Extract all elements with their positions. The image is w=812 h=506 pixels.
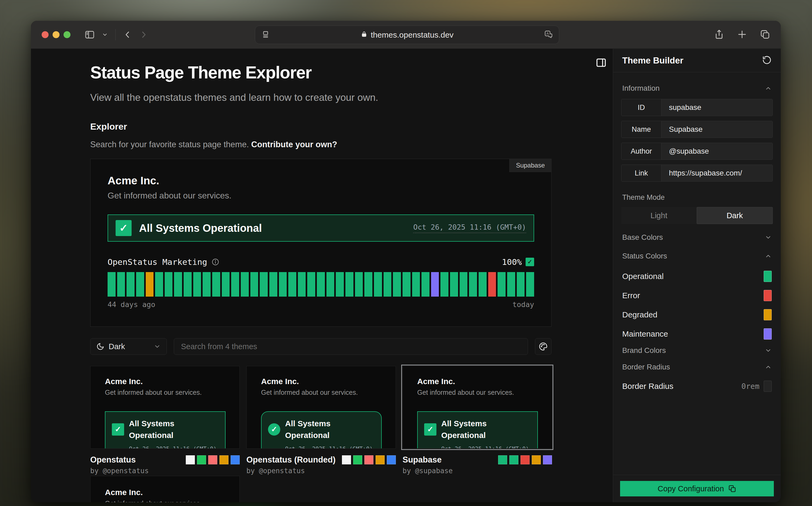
border-radius-input[interactable] <box>764 381 772 392</box>
tracker-bar-operational[interactable] <box>174 272 182 297</box>
theme-card-preview[interactable]: Acme Inc. Get informed about our service… <box>246 366 396 449</box>
tracker-bar-operational[interactable] <box>127 272 135 297</box>
tracker-bar-operational[interactable] <box>231 272 239 297</box>
field-label: Link <box>621 165 661 181</box>
address-bar[interactable]: themes.openstatus.dev A <box>255 26 559 44</box>
sidebar-toggle-icon[interactable] <box>84 29 95 40</box>
tracker-bar-operational[interactable] <box>346 272 353 297</box>
tracker-bar-operational[interactable] <box>478 272 487 297</box>
reset-icon[interactable] <box>762 55 772 66</box>
new-tab-icon[interactable] <box>737 29 747 40</box>
tab-overview-icon[interactable] <box>760 29 770 40</box>
back-button-icon[interactable] <box>123 30 132 39</box>
tracker-bar-operational[interactable] <box>117 272 125 297</box>
tracker-bar-operational[interactable] <box>288 272 296 297</box>
degraded-color-swatch[interactable] <box>764 309 772 320</box>
tracker-bar-operational[interactable] <box>260 272 268 297</box>
section-information[interactable]: Information <box>622 84 772 93</box>
tracker-bar-operational[interactable] <box>222 272 230 297</box>
section-base-colors[interactable]: Base Colors <box>622 233 772 242</box>
palette-button[interactable] <box>535 338 551 355</box>
mode-dark-button[interactable]: Dark <box>697 207 773 224</box>
swatch <box>186 455 195 465</box>
tracker-bar-operational[interactable] <box>212 272 220 297</box>
tracker-bar-operational[interactable] <box>355 272 363 297</box>
theme-search-input[interactable] <box>181 342 521 351</box>
theme-card-preview[interactable]: Acme Inc. Get informed about our service… <box>402 366 552 449</box>
theme-card-openstatus[interactable]: Acme Inc. Get informed about our service… <box>90 366 240 475</box>
url-text[interactable]: themes.openstatus.dev <box>371 30 453 39</box>
tracker-bar-operational[interactable] <box>402 272 411 297</box>
chevron-up-icon <box>765 253 772 260</box>
tracker-bar-operational[interactable] <box>450 272 458 297</box>
status-timestamp[interactable]: Oct 26, 2025 11:16 (GMT+0) <box>413 223 526 233</box>
theme-card-partial[interactable]: Acme Inc. Get informed about our service… <box>90 476 240 502</box>
tracker-bar-operational[interactable] <box>298 272 306 297</box>
tracker-bar-operational[interactable] <box>279 272 287 297</box>
tracker-bar-operational[interactable] <box>526 272 534 297</box>
sidebar-chevron-icon[interactable] <box>102 32 108 37</box>
theme-mode-segmented: Light Dark <box>621 207 773 224</box>
forward-button-icon[interactable] <box>139 30 148 39</box>
mode-light-button[interactable]: Light <box>621 207 697 224</box>
tracker-bar-operational[interactable] <box>412 272 420 297</box>
copy-configuration-button[interactable]: Copy Configuration <box>620 481 774 496</box>
share-icon[interactable] <box>714 29 724 40</box>
theme-mode-dropdown[interactable]: Dark <box>90 338 167 355</box>
tracker-bar-operational[interactable] <box>422 272 430 297</box>
tracker-bar-operational[interactable] <box>155 272 163 297</box>
error-color-swatch[interactable] <box>764 290 772 301</box>
theme-card-openstatus-rounded[interactable]: Acme Inc. Get informed about our service… <box>246 366 396 475</box>
tracker-bars <box>107 272 534 297</box>
copy-configuration-label: Copy Configuration <box>658 484 724 493</box>
tracker-bar-maintenance[interactable] <box>431 272 439 297</box>
field-link-input[interactable]: https://supabase.com/ <box>661 165 772 181</box>
tracker-bar-degraded[interactable] <box>146 272 154 297</box>
tracker-bar-operational[interactable] <box>317 272 325 297</box>
tracker-bar-operational[interactable] <box>393 272 401 297</box>
tracker-bar-operational[interactable] <box>250 272 259 297</box>
maintenance-color-swatch[interactable] <box>764 328 772 340</box>
tracker-bar-operational[interactable] <box>193 272 201 297</box>
tracker-bar-operational[interactable] <box>336 272 344 297</box>
field-id-input[interactable]: supabase <box>661 99 772 116</box>
tracker-bar-operational[interactable] <box>460 272 468 297</box>
tracker-bar-operational[interactable] <box>374 272 382 297</box>
zoom-window-button[interactable] <box>64 31 70 38</box>
field-author-input[interactable]: @supabase <box>661 143 772 160</box>
panel-right-toggle-icon[interactable] <box>595 57 607 70</box>
tracker-bar-operational[interactable] <box>107 272 116 297</box>
minimize-window-button[interactable] <box>53 31 60 38</box>
theme-card-supabase[interactable]: Acme Inc. Get informed about our service… <box>402 366 552 475</box>
info-icon[interactable] <box>211 258 219 266</box>
tracker-bar-operational[interactable] <box>364 272 372 297</box>
status-banner-label: All Systems Operational <box>139 222 262 234</box>
theme-author: by @openstatus <box>246 467 396 475</box>
tracker-bar-operational[interactable] <box>517 272 525 297</box>
tracker-bar-operational[interactable] <box>440 272 448 297</box>
tracker-bar-operational[interactable] <box>498 272 506 297</box>
tracker-bar-operational[interactable] <box>165 272 173 297</box>
tracker-bar-operational[interactable] <box>203 272 211 297</box>
contribute-link[interactable]: Contribute your own? <box>251 140 337 149</box>
translate-icon[interactable]: A <box>544 30 553 40</box>
tracker-bar-operational[interactable] <box>326 272 335 297</box>
reader-icon[interactable] <box>261 30 270 40</box>
tracker-bar-operational[interactable] <box>241 272 249 297</box>
operational-color-swatch[interactable] <box>764 271 772 282</box>
tracker-bar-operational[interactable] <box>507 272 515 297</box>
tracker-bar-operational[interactable] <box>183 272 192 297</box>
theme-card-preview[interactable]: Acme Inc. Get informed about our service… <box>90 366 240 449</box>
close-window-button[interactable] <box>42 31 49 38</box>
field-name-input[interactable]: Supabase <box>661 121 772 138</box>
section-brand-colors[interactable]: Brand Colors <box>622 346 772 355</box>
tracker-bar-operational[interactable] <box>469 272 477 297</box>
section-status-colors[interactable]: Status Colors <box>622 252 772 260</box>
tracker-bar-operational[interactable] <box>384 272 391 297</box>
theme-mode-label: Theme Mode <box>622 193 772 202</box>
tracker-bar-operational[interactable] <box>269 272 277 297</box>
section-border-radius[interactable]: Border Radius <box>622 363 772 371</box>
tracker-bar-operational[interactable] <box>307 272 315 297</box>
tracker-bar-operational[interactable] <box>136 272 144 297</box>
tracker-bar-error[interactable] <box>488 272 496 297</box>
